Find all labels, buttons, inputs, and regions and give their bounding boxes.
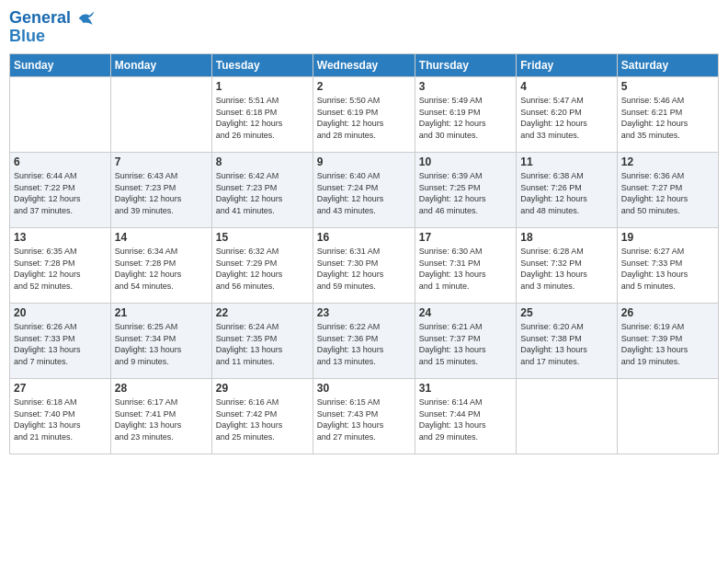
calendar-cell: 25Sunrise: 6:20 AM Sunset: 7:38 PM Dayli… (517, 304, 617, 379)
weekday-header-friday: Friday (517, 54, 617, 77)
calendar-cell: 2Sunrise: 5:50 AM Sunset: 6:19 PM Daylig… (313, 77, 415, 153)
day-info: Sunrise: 6:28 AM Sunset: 7:32 PM Dayligh… (520, 246, 612, 292)
calendar-cell: 19Sunrise: 6:27 AM Sunset: 7:33 PM Dayli… (617, 228, 718, 304)
day-info: Sunrise: 6:22 AM Sunset: 7:36 PM Dayligh… (317, 321, 411, 367)
day-info: Sunrise: 6:31 AM Sunset: 7:30 PM Dayligh… (317, 246, 411, 292)
day-number: 18 (520, 231, 612, 244)
day-info: Sunrise: 6:42 AM Sunset: 7:23 PM Dayligh… (216, 170, 309, 216)
day-number: 19 (621, 231, 714, 244)
calendar-cell (110, 77, 211, 153)
day-info: Sunrise: 5:46 AM Sunset: 6:21 PM Dayligh… (621, 95, 714, 141)
day-info: Sunrise: 5:51 AM Sunset: 6:18 PM Dayligh… (216, 95, 309, 141)
calendar-cell: 12Sunrise: 6:36 AM Sunset: 7:27 PM Dayli… (617, 153, 718, 228)
logo-general: General (9, 8, 71, 27)
weekday-header-thursday: Thursday (415, 54, 516, 77)
day-info: Sunrise: 6:32 AM Sunset: 7:29 PM Dayligh… (216, 246, 309, 292)
calendar-cell: 16Sunrise: 6:31 AM Sunset: 7:30 PM Dayli… (313, 228, 415, 304)
calendar-week-3: 13Sunrise: 6:35 AM Sunset: 7:28 PM Dayli… (10, 228, 719, 304)
page-header: General Blue (9, 9, 719, 46)
day-info: Sunrise: 6:35 AM Sunset: 7:28 PM Dayligh… (14, 246, 107, 292)
calendar-cell: 29Sunrise: 6:16 AM Sunset: 7:42 PM Dayli… (211, 379, 313, 454)
day-number: 15 (216, 231, 309, 244)
calendar-week-5: 27Sunrise: 6:18 AM Sunset: 7:40 PM Dayli… (10, 379, 719, 454)
calendar-table: SundayMondayTuesdayWednesdayThursdayFrid… (9, 53, 719, 454)
day-number: 14 (115, 231, 208, 244)
logo: General Blue (9, 9, 96, 46)
day-number: 11 (520, 155, 612, 168)
calendar-cell: 8Sunrise: 6:42 AM Sunset: 7:23 PM Daylig… (211, 153, 313, 228)
day-number: 17 (419, 231, 512, 244)
day-number: 5 (621, 80, 714, 93)
day-number: 20 (14, 306, 107, 319)
day-info: Sunrise: 6:15 AM Sunset: 7:43 PM Dayligh… (317, 396, 411, 442)
day-info: Sunrise: 6:27 AM Sunset: 7:33 PM Dayligh… (621, 246, 714, 292)
day-number: 6 (14, 155, 107, 168)
day-number: 30 (317, 382, 411, 395)
day-info: Sunrise: 6:34 AM Sunset: 7:28 PM Dayligh… (115, 246, 208, 292)
day-number: 13 (14, 231, 107, 244)
calendar-cell: 28Sunrise: 6:17 AM Sunset: 7:41 PM Dayli… (110, 379, 211, 454)
calendar-cell: 17Sunrise: 6:30 AM Sunset: 7:31 PM Dayli… (415, 228, 516, 304)
calendar-cell: 30Sunrise: 6:15 AM Sunset: 7:43 PM Dayli… (313, 379, 415, 454)
day-number: 9 (317, 155, 411, 168)
day-number: 21 (115, 306, 208, 319)
day-info: Sunrise: 6:19 AM Sunset: 7:39 PM Dayligh… (621, 321, 714, 367)
calendar-header: SundayMondayTuesdayWednesdayThursdayFrid… (10, 54, 719, 77)
calendar-cell: 11Sunrise: 6:38 AM Sunset: 7:26 PM Dayli… (517, 153, 617, 228)
day-info: Sunrise: 6:20 AM Sunset: 7:38 PM Dayligh… (520, 321, 612, 367)
calendar-cell (617, 379, 718, 454)
day-number: 2 (317, 80, 411, 93)
day-number: 12 (621, 155, 714, 168)
calendar-cell: 23Sunrise: 6:22 AM Sunset: 7:36 PM Dayli… (313, 304, 415, 379)
day-info: Sunrise: 5:50 AM Sunset: 6:19 PM Dayligh… (317, 95, 411, 141)
day-number: 27 (14, 382, 107, 395)
day-info: Sunrise: 6:39 AM Sunset: 7:25 PM Dayligh… (419, 170, 512, 216)
calendar-cell: 13Sunrise: 6:35 AM Sunset: 7:28 PM Dayli… (10, 228, 111, 304)
day-info: Sunrise: 5:49 AM Sunset: 6:19 PM Dayligh… (419, 95, 512, 141)
calendar-cell: 31Sunrise: 6:14 AM Sunset: 7:44 PM Dayli… (415, 379, 516, 454)
day-info: Sunrise: 6:17 AM Sunset: 7:41 PM Dayligh… (115, 396, 208, 442)
day-number: 23 (317, 306, 411, 319)
day-info: Sunrise: 6:36 AM Sunset: 7:27 PM Dayligh… (621, 170, 714, 216)
calendar-week-2: 6Sunrise: 6:44 AM Sunset: 7:22 PM Daylig… (10, 153, 719, 228)
day-info: Sunrise: 6:40 AM Sunset: 7:24 PM Dayligh… (317, 170, 411, 216)
calendar-week-4: 20Sunrise: 6:26 AM Sunset: 7:33 PM Dayli… (10, 304, 719, 379)
day-info: Sunrise: 6:18 AM Sunset: 7:40 PM Dayligh… (14, 396, 107, 442)
day-number: 26 (621, 306, 714, 319)
day-number: 25 (520, 306, 612, 319)
day-info: Sunrise: 6:43 AM Sunset: 7:23 PM Dayligh… (115, 170, 208, 216)
day-info: Sunrise: 6:24 AM Sunset: 7:35 PM Dayligh… (216, 321, 309, 367)
calendar-cell: 9Sunrise: 6:40 AM Sunset: 7:24 PM Daylig… (313, 153, 415, 228)
calendar-cell: 14Sunrise: 6:34 AM Sunset: 7:28 PM Dayli… (110, 228, 211, 304)
weekday-header-sunday: Sunday (10, 54, 111, 77)
day-info: Sunrise: 6:30 AM Sunset: 7:31 PM Dayligh… (419, 246, 512, 292)
calendar-cell: 21Sunrise: 6:25 AM Sunset: 7:34 PM Dayli… (110, 304, 211, 379)
day-info: Sunrise: 6:21 AM Sunset: 7:37 PM Dayligh… (419, 321, 512, 367)
calendar-cell (517, 379, 617, 454)
day-number: 31 (419, 382, 512, 395)
calendar-cell: 15Sunrise: 6:32 AM Sunset: 7:29 PM Dayli… (211, 228, 313, 304)
calendar-cell: 3Sunrise: 5:49 AM Sunset: 6:19 PM Daylig… (415, 77, 516, 153)
weekday-header-tuesday: Tuesday (211, 54, 313, 77)
day-info: Sunrise: 6:26 AM Sunset: 7:33 PM Dayligh… (14, 321, 107, 367)
calendar-cell (10, 77, 111, 153)
day-info: Sunrise: 6:16 AM Sunset: 7:42 PM Dayligh… (216, 396, 309, 442)
day-number: 7 (115, 155, 208, 168)
calendar-cell: 7Sunrise: 6:43 AM Sunset: 7:23 PM Daylig… (110, 153, 211, 228)
logo-bird-icon (77, 9, 96, 28)
weekday-header-monday: Monday (110, 54, 211, 77)
calendar-cell: 26Sunrise: 6:19 AM Sunset: 7:39 PM Dayli… (617, 304, 718, 379)
calendar-cell: 22Sunrise: 6:24 AM Sunset: 7:35 PM Dayli… (211, 304, 313, 379)
day-info: Sunrise: 5:47 AM Sunset: 6:20 PM Dayligh… (520, 95, 612, 141)
day-info: Sunrise: 6:14 AM Sunset: 7:44 PM Dayligh… (419, 396, 512, 442)
day-number: 8 (216, 155, 309, 168)
calendar-cell: 27Sunrise: 6:18 AM Sunset: 7:40 PM Dayli… (10, 379, 111, 454)
day-number: 28 (115, 382, 208, 395)
day-number: 24 (419, 306, 512, 319)
calendar-cell: 10Sunrise: 6:39 AM Sunset: 7:25 PM Dayli… (415, 153, 516, 228)
weekday-header-saturday: Saturday (617, 54, 718, 77)
day-number: 10 (419, 155, 512, 168)
calendar-cell: 18Sunrise: 6:28 AM Sunset: 7:32 PM Dayli… (517, 228, 617, 304)
day-number: 29 (216, 382, 309, 395)
calendar-week-1: 1Sunrise: 5:51 AM Sunset: 6:18 PM Daylig… (10, 77, 719, 153)
